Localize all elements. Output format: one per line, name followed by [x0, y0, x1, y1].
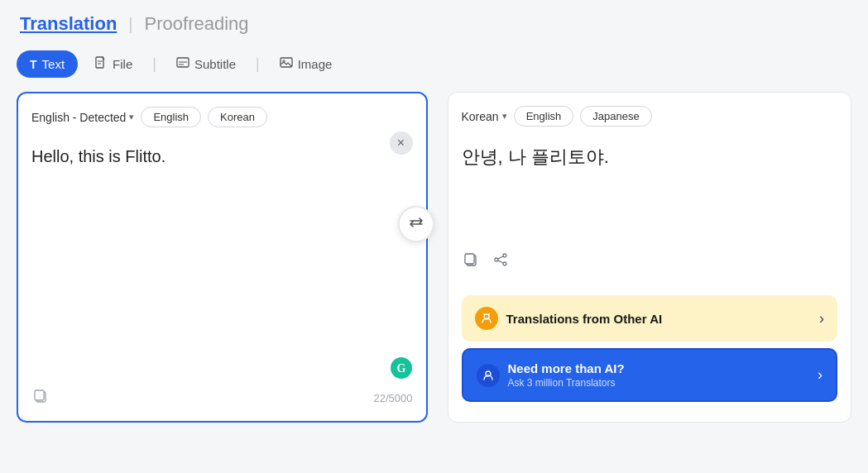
left-panel-bottom: 22/5000 — [31, 387, 413, 409]
tab-subtitle[interactable]: Subtitle — [163, 50, 249, 79]
right-action-icons — [462, 251, 510, 273]
svg-point-11 — [495, 258, 498, 261]
copy-button-right[interactable] — [462, 251, 480, 273]
need-more-card[interactable]: Need more than AI? Ask 3 million Transla… — [462, 348, 838, 402]
share-button[interactable] — [492, 251, 510, 273]
clear-button[interactable]: × — [390, 131, 413, 155]
target-lang-chevron: ▾ — [502, 111, 507, 122]
svg-point-14 — [483, 313, 485, 315]
source-panel: English - Detected ▾ English Korean Hell… — [17, 92, 428, 423]
swap-icon — [408, 214, 424, 235]
svg-text:G: G — [396, 362, 405, 375]
other-ai-card-left: Translations from Other AI — [475, 307, 663, 330]
need-more-text-group: Need more than AI? Ask 3 million Transla… — [508, 361, 625, 389]
translated-text: 안녕, 나 플리토야. — [462, 140, 838, 174]
char-count: 22/5000 — [374, 392, 413, 404]
proofreading-tab[interactable]: Proofreading — [141, 13, 252, 35]
source-lang-korean[interactable]: Korean — [208, 107, 267, 127]
target-lang-english[interactable]: English — [514, 106, 574, 127]
source-lang-row: English - Detected ▾ English Korean — [31, 107, 413, 127]
target-lang-row: Korean ▾ English Japanese — [462, 106, 838, 127]
other-ai-chevron: › — [819, 310, 824, 327]
grammarly-icon[interactable]: G — [390, 356, 413, 380]
translation-tab[interactable]: Translation — [17, 13, 120, 35]
image-tab-icon — [280, 56, 293, 72]
suggestions-area: Translations from Other AI › — [462, 295, 838, 408]
source-lang-detected[interactable]: English - Detected ▾ — [31, 111, 134, 124]
target-lang-selector[interactable]: Korean ▾ — [462, 110, 507, 123]
subtitle-tab-icon — [176, 56, 189, 72]
target-lang-japanese[interactable]: Japanese — [580, 106, 651, 127]
copy-button-left[interactable] — [31, 387, 50, 409]
svg-rect-0 — [96, 57, 103, 68]
svg-rect-7 — [35, 390, 44, 400]
source-text-input[interactable]: Hello, this is Flitto. — [31, 141, 413, 289]
file-tab-icon — [94, 56, 108, 72]
tab-separator-1: | — [152, 55, 156, 73]
need-more-title: Need more than AI? — [508, 361, 625, 375]
left-panel-wrapper: English - Detected ▾ English Korean Hell… — [17, 92, 428, 423]
source-lang-english[interactable]: English — [141, 107, 201, 127]
source-lang-chevron: ▾ — [129, 112, 134, 122]
source-lang-label: English - Detected — [31, 111, 126, 124]
file-tab-label: File — [113, 57, 132, 71]
svg-point-12 — [503, 262, 506, 265]
swap-button[interactable] — [398, 206, 434, 242]
svg-rect-9 — [465, 254, 474, 264]
right-panel-wrapper: Korean ▾ English Japanese 안녕, 나 플리토야. — [441, 92, 852, 423]
nav-divider: | — [128, 15, 132, 34]
close-icon: × — [397, 136, 405, 150]
tab-image[interactable]: Image — [266, 50, 346, 79]
text-tab-label: Text — [42, 57, 65, 71]
svg-point-10 — [503, 254, 506, 257]
other-ai-icon — [475, 307, 498, 330]
tab-file[interactable]: File — [81, 50, 146, 79]
image-tab-label: Image — [298, 57, 333, 71]
other-ai-text: Translations from Other AI — [506, 312, 663, 326]
need-more-subtext: Ask 3 million Translators — [508, 377, 625, 389]
text-tab-icon: T — [30, 58, 37, 71]
need-more-icon — [477, 364, 500, 387]
need-more-card-left: Need more than AI? Ask 3 million Transla… — [477, 361, 625, 389]
tab-bar: T Text File | Subtitle | Image — [17, 50, 851, 79]
translation-container: English - Detected ▾ English Korean Hell… — [17, 92, 851, 423]
top-nav: Translation | Proofreading — [17, 13, 851, 35]
tab-separator-2: | — [256, 55, 260, 73]
need-more-chevron: › — [818, 366, 822, 384]
tab-text[interactable]: T Text — [17, 50, 78, 78]
subtitle-tab-label: Subtitle — [194, 57, 236, 71]
target-lang-label: Korean — [462, 110, 499, 123]
other-ai-card[interactable]: Translations from Other AI › — [462, 295, 838, 342]
target-panel: Korean ▾ English Japanese 안녕, 나 플리토야. — [448, 92, 852, 423]
svg-point-15 — [488, 313, 490, 315]
